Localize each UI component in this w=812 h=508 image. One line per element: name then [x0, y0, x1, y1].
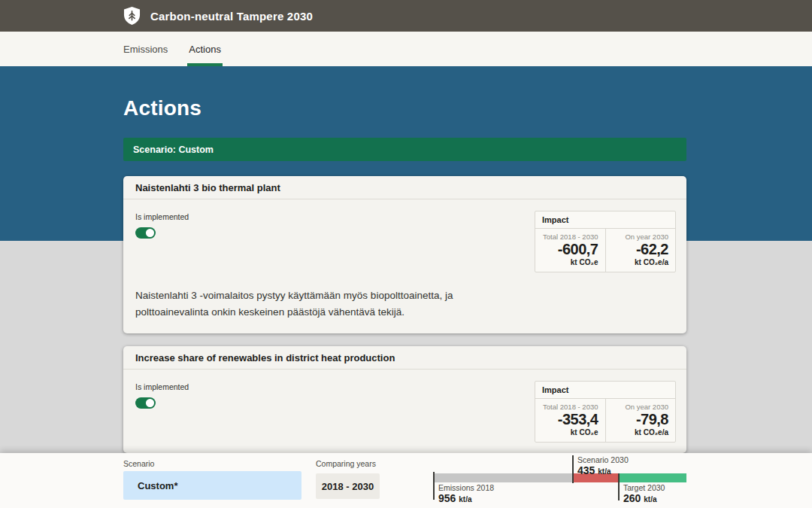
impact-total: Total 2018 - 2030 -353,4 kt CO₂e	[535, 399, 606, 442]
card-title: Naistenlahti 3 bio thermal plant	[123, 176, 686, 199]
impact-year-unit: kt CO₂e/a	[613, 258, 669, 266]
emissions-2018-marker	[433, 472, 435, 500]
impact-year-value: -62,2	[613, 242, 669, 257]
impact-heading: Impact	[535, 382, 675, 399]
action-card-naistenlahti: Naistenlahti 3 bio thermal plant Is impl…	[123, 176, 686, 333]
scenario-2030-note: Scenario 2030 435 kt/a	[577, 455, 629, 476]
scenario-select[interactable]: Custom*	[123, 471, 301, 500]
emissions-2018-value: 956	[438, 492, 456, 504]
impact-panel: Impact Total 2018 - 2030 -600,7 kt CO₂e …	[535, 211, 676, 272]
toggle-block: Is implemented	[135, 211, 189, 239]
footer-panel: Scenario Custom* Comparing years 2018 - …	[0, 453, 812, 508]
impact-year-label: On year 2030	[613, 233, 669, 241]
shield-leaf-icon	[123, 6, 141, 26]
target-2030-unit: kt/a	[644, 495, 656, 503]
target-2030-value: 260	[623, 492, 641, 504]
toggle-knob	[146, 229, 154, 237]
emissions-2018-unit: kt/a	[459, 495, 471, 503]
app-header: Carbon-neutral Tampere 2030	[0, 0, 812, 32]
impact-year: On year 2030 -62,2 kt CO₂e/a	[606, 229, 676, 272]
impact-total-label: Total 2018 - 2030	[542, 233, 598, 241]
impact-heading: Impact	[535, 211, 675, 229]
tab-actions[interactable]: Actions	[189, 32, 221, 66]
scenario-banner: Scenario: Custom	[123, 138, 686, 161]
toggle-knob	[146, 399, 154, 407]
impact-total-label: Total 2018 - 2030	[542, 403, 598, 411]
target-2030-marker	[618, 473, 620, 500]
action-card-renewables: Increase share of renewables in district…	[123, 346, 686, 453]
impact-total-unit: kt CO₂e	[542, 428, 598, 437]
scenario-2030-label: Scenario 2030	[577, 455, 629, 464]
main-content: Actions Scenario: Custom Naistenlahti 3 …	[123, 66, 686, 508]
toggle-block: Is implemented	[135, 381, 189, 409]
toggle-label: Is implemented	[135, 212, 189, 221]
emissions-bar-green-segment	[619, 473, 686, 482]
emissions-bar-gray-segment	[434, 473, 573, 482]
impact-panel: Impact Total 2018 - 2030 -353,4 kt CO₂e …	[535, 381, 676, 443]
main-nav: Emissions Actions	[0, 32, 812, 66]
page-title: Actions	[123, 96, 686, 120]
is-implemented-toggle[interactable]	[135, 227, 156, 239]
target-2030-label: Target 2030	[623, 483, 665, 492]
impact-year-value: -79,8	[613, 412, 669, 427]
card-description: Naistenlahti 3 -voimalaitos pystyy käytt…	[123, 283, 529, 333]
scenario-2030-value: 435	[577, 464, 595, 476]
impact-year-unit: kt CO₂e/a	[613, 428, 669, 437]
card-body: Is implemented Impact Total 2018 - 2030 …	[123, 370, 686, 453]
emissions-2018-note: Emissions 2018 956 kt/a	[438, 483, 494, 504]
impact-columns: Total 2018 - 2030 -353,4 kt CO₂e On year…	[535, 399, 675, 442]
card-body: Is implemented Impact Total 2018 - 2030 …	[123, 199, 686, 283]
impact-total-value: -353,4	[542, 412, 598, 427]
impact-year-label: On year 2030	[613, 403, 669, 411]
target-2030-note: Target 2030 260 kt/a	[623, 483, 665, 504]
comparing-years-label: Comparing years	[316, 459, 376, 468]
impact-total: Total 2018 - 2030 -600,7 kt CO₂e	[535, 229, 606, 272]
impact-columns: Total 2018 - 2030 -600,7 kt CO₂e On year…	[535, 229, 675, 272]
scenario-select-label: Scenario	[123, 459, 154, 468]
comparing-years-select[interactable]: 2018 - 2030	[316, 473, 380, 499]
is-implemented-toggle[interactable]	[135, 397, 156, 409]
tab-emissions[interactable]: Emissions	[123, 32, 168, 66]
impact-total-unit: kt CO₂e	[542, 258, 598, 266]
emissions-2018-label: Emissions 2018	[438, 483, 494, 492]
card-title: Increase share of renewables in district…	[123, 346, 686, 370]
toggle-label: Is implemented	[135, 382, 189, 391]
impact-total-value: -600,7	[542, 242, 598, 257]
scenario-2030-unit: kt/a	[598, 467, 611, 476]
scenario-2030-marker	[572, 455, 574, 483]
impact-year: On year 2030 -79,8 kt CO₂e/a	[606, 399, 676, 442]
app-title: Carbon-neutral Tampere 2030	[150, 10, 313, 23]
